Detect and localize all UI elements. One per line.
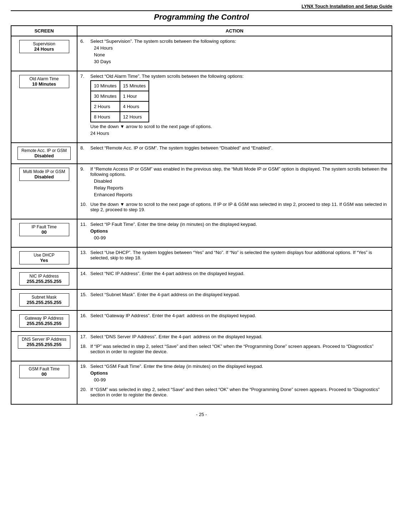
list-item: Disabled [94, 178, 389, 184]
action-cell-5: 13.Select “Use DHCP”. The system toggles… [77, 247, 392, 268]
step-text-10-1: If “GSM” was selected in step 2, select … [90, 387, 389, 397]
step-content-3-0: If “Remote Access IP or GSM” was enabled… [90, 166, 389, 199]
screen-value-10: 00 [23, 371, 65, 377]
step-content-8-0: Select “Gateway IP Address”. Enter the 4… [90, 313, 389, 320]
step-text-9-1: If “IP” was selected in step 2, select “… [90, 344, 389, 354]
screen-cell-9: DNS Server IP Address255.255.255.255 [11, 331, 77, 361]
step-num-6-0: 14. [80, 271, 90, 276]
screen-label-5: Use DHCP [23, 253, 65, 258]
screen-value-9: 255.255.255.255 [22, 342, 66, 347]
step-num-7-0: 15. [80, 292, 90, 297]
step-text-4-0: Select “IP Fault Time”. Enter the time d… [90, 222, 389, 227]
table-row: Multi Mode IP or GSMDisabled9.If “Remote… [11, 164, 392, 219]
screen-cell-5: Use DHCPYes [11, 247, 77, 268]
screen-value-8: 255.255.255.255 [23, 321, 65, 326]
options-cell: 1 Hour [120, 91, 149, 101]
options-label: Options [90, 370, 389, 376]
screen-box-5: Use DHCPYes [19, 251, 69, 264]
list-item: None [94, 52, 389, 57]
screen-value-3: Disabled [23, 174, 65, 179]
step-text-1-0: Select “Old Alarm Time”. The system scro… [90, 74, 389, 79]
screen-label-3: Multi Mode IP or GSM [23, 169, 65, 174]
screen-box-9: DNS Server IP Address255.255.255.255 [18, 335, 70, 349]
after-table-item: 24 Hours [90, 131, 389, 136]
step-content-6-0: Select “NIC IP Address”. Enter the 4-par… [90, 271, 389, 278]
screen-label-6: NIC IP Address [23, 274, 65, 279]
screen-cell-4: IP Fault Time00 [11, 219, 77, 247]
step-text-2-0: Select “Remote Acc. IP or GSM”. The syst… [90, 145, 389, 151]
screen-box-2: Remote Acc. IP or GSMDisabled [17, 147, 71, 160]
step-text-3-0: If “Remote Access IP or GSM” was enabled… [90, 166, 389, 177]
page-header: LYNX Touch Installation and Setup Guide [11, 4, 392, 11]
options-value: 00-99 [94, 377, 389, 382]
step-3-0: 9.If “Remote Access IP or GSM” was enabl… [80, 166, 389, 200]
step-1-0: 7.Select “Old Alarm Time”. The system sc… [80, 74, 389, 139]
action-cell-6: 14.Select “NIC IP Address”. Enter the 4-… [77, 268, 392, 289]
options-value: 00-99 [94, 235, 389, 240]
options-cell: 30 Minutes [91, 91, 120, 101]
table-row: DNS Server IP Address255.255.255.25517.S… [11, 331, 392, 361]
step-content-9-1: If “IP” was selected in step 2, select “… [90, 344, 389, 356]
step-0-0: 6.Select “Supervision”. The system scrol… [80, 39, 389, 67]
table-row: IP Fault Time0011.Select “IP Fault Time”… [11, 219, 392, 247]
page-footer: - 25 - [11, 412, 392, 417]
options-table-1: 10 Minutes15 Minutes30 Minutes1 Hour2 Ho… [90, 80, 149, 122]
screen-value-2: Disabled [21, 153, 67, 158]
main-table: SCREEN ACTION Supervision24 Hours6.Selec… [11, 25, 392, 405]
screen-cell-2: Remote Acc. IP or GSMDisabled [11, 143, 77, 164]
list-item: Enhanced Reports [94, 192, 389, 197]
screen-cell-8: Gateway IP Address255.255.255.255 [11, 310, 77, 331]
step-4-0: 11.Select “IP Fault Time”. Enter the tim… [80, 222, 389, 243]
step-7-0: 15.Select “Subnet Mask”. Enter the 4-par… [80, 292, 389, 300]
step-content-5-0: Select “Use DHCP”. The system toggles be… [90, 250, 389, 262]
step-num-0-0: 6. [80, 39, 90, 44]
list-item: 30 Days [94, 59, 389, 64]
step-8-0: 16.Select “Gateway IP Address”. Enter th… [80, 313, 389, 321]
step-content-10-1: If “GSM” was selected in step 2, select … [90, 387, 389, 399]
screen-value-4: 00 [23, 229, 65, 235]
screen-box-6: NIC IP Address255.255.255.255 [19, 272, 69, 285]
options-cell: 4 Hours [120, 101, 149, 112]
step-num-9-0: 17. [80, 334, 90, 339]
screen-cell-1: Old Alarm Time10 Minutes [11, 71, 77, 143]
screen-label-2: Remote Acc. IP or GSM [21, 148, 67, 153]
screen-cell-7: Subnet Mask255.255.255.255 [11, 289, 77, 310]
screen-value-7: 255.255.255.255 [23, 300, 65, 305]
action-cell-2: 8.Select “Remote Acc. IP or GSM”. The sy… [77, 143, 392, 164]
screen-value-1: 10 Minutes [23, 81, 65, 87]
step-2-0: 8.Select “Remote Acc. IP or GSM”. The sy… [80, 145, 389, 153]
step-content-10-0: Select “GSM Fault Time”. Enter the time … [90, 364, 389, 384]
action-cell-3: 9.If “Remote Access IP or GSM” was enabl… [77, 164, 392, 219]
screen-label-0: Supervision [23, 41, 65, 46]
step-10-0: 19.Select “GSM Fault Time”. Enter the ti… [80, 364, 389, 385]
table-row: Remote Acc. IP or GSMDisabled8.Select “R… [11, 143, 392, 164]
table-row: Gateway IP Address255.255.255.25516.Sele… [11, 310, 392, 331]
col-action-header: ACTION [77, 26, 392, 36]
options-label: Options [90, 228, 389, 234]
screen-value-6: 255.255.255.255 [23, 279, 65, 284]
step-content-1-0: Select “Old Alarm Time”. The system scro… [90, 74, 389, 137]
action-cell-9: 17.Select “DNS Server IP Address”. Enter… [77, 331, 392, 361]
step-3-1: 10.Use the down ▼ arrow to scroll to the… [80, 202, 389, 215]
step-text-8-0: Select “Gateway IP Address”. Enter the 4… [90, 313, 389, 318]
screen-box-8: Gateway IP Address255.255.255.255 [19, 314, 69, 328]
screen-label-7: Subnet Mask [23, 295, 65, 300]
options-cell: 8 Hours [91, 112, 120, 122]
list-item: Relay Reports [94, 185, 389, 191]
step-text-0-0: Select “Supervision”. The system scrolls… [90, 39, 389, 44]
step-content-4-0: Select “IP Fault Time”. Enter the time d… [90, 222, 389, 242]
screen-box-0: Supervision24 Hours [19, 40, 69, 53]
after-table-item: Use the down ▼ arrow to scroll to the ne… [90, 124, 389, 129]
step-text-5-0: Select “Use DHCP”. The system toggles be… [90, 250, 389, 260]
step-num-2-0: 8. [80, 145, 90, 151]
step-content-0-0: Select “Supervision”. The system scrolls… [90, 39, 389, 66]
step-text-7-0: Select “Subnet Mask”. Enter the 4-part a… [90, 292, 389, 297]
screen-value-0: 24 Hours [23, 46, 65, 52]
step-5-0: 13.Select “Use DHCP”. The system toggles… [80, 250, 389, 263]
table-row: NIC IP Address255.255.255.25514.Select “… [11, 268, 392, 289]
options-cell: 12 Hours [120, 112, 149, 122]
options-cell: 15 Minutes [120, 81, 149, 91]
screen-cell-3: Multi Mode IP or GSMDisabled [11, 164, 77, 219]
step-content-7-0: Select “Subnet Mask”. Enter the 4-part a… [90, 292, 389, 299]
screen-box-10: GSM Fault Time00 [19, 365, 69, 378]
